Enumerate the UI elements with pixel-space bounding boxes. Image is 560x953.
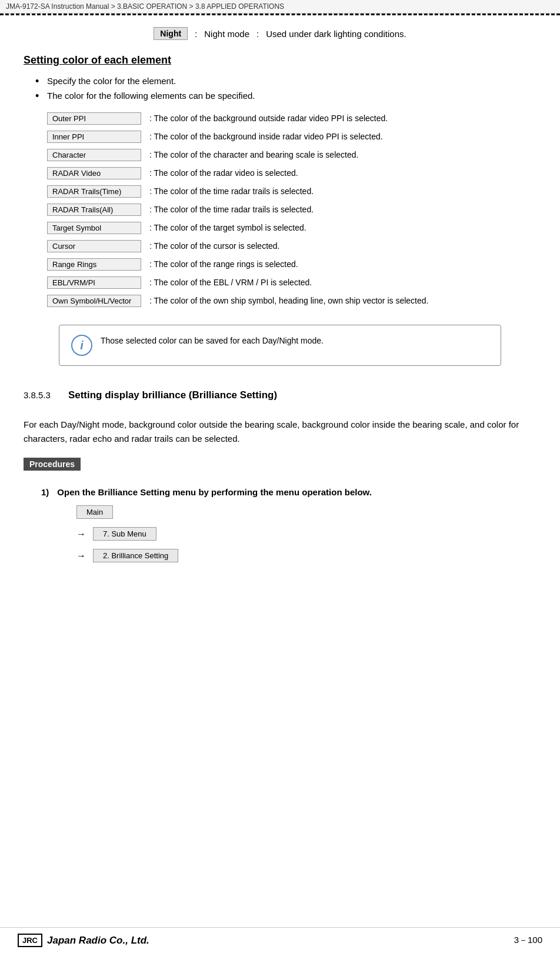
procedure-step-1: 1) Open the Brilliance Setting menu by p…	[41, 487, 536, 562]
subsection-body: For each Day/Night mode, background colo…	[24, 418, 536, 446]
menu-button-brilliance[interactable]: 2. Brilliance Setting	[93, 549, 178, 562]
element-row: Range Rings : The color of the range rin…	[47, 258, 536, 271]
jrc-label: JRC	[18, 934, 42, 947]
info-icon: i	[71, 335, 92, 356]
procedures-badge: Procedures	[24, 458, 81, 471]
element-label-radar-trails-all: RADAR Trails(All)	[47, 204, 141, 216]
procedures-section: Procedures	[24, 458, 536, 479]
menu-navigation: Main → 7. Sub Menu → 2. Brilliance Setti…	[76, 505, 536, 562]
section-heading: Setting color of each element	[24, 54, 536, 66]
step-number: 1)	[41, 487, 49, 497]
step-header: 1) Open the Brilliance Setting menu by p…	[41, 487, 536, 497]
night-badge: Night	[154, 27, 188, 40]
element-desc-range-rings: : The color of the range rings is select…	[149, 258, 536, 271]
subsection-number: 3.8.5.3	[24, 390, 51, 400]
element-desc-radar-video: : The color of the radar video is select…	[149, 167, 536, 179]
menu-row-sub: → 7. Sub Menu	[76, 527, 536, 541]
element-desc-cursor: : The color of the cursor is selected.	[149, 240, 536, 252]
element-row: Outer PPI : The color of the background …	[47, 112, 536, 125]
menu-button-main[interactable]: Main	[76, 505, 113, 519]
info-text: Those selected color can be saved for ea…	[101, 335, 324, 347]
element-label-own-symbol: Own Symbol/HL/Vector	[47, 295, 141, 307]
element-label-radar-video: RADAR Video	[47, 167, 141, 179]
element-desc-ebl-vrm-pi: : The color of the EBL / VRM / PI is sel…	[149, 276, 536, 289]
info-box: i Those selected color can be saved for …	[59, 325, 501, 366]
element-desc-radar-trails-all: : The color of the time radar trails is …	[149, 204, 536, 216]
element-label-outer-ppi: Outer PPI	[47, 112, 141, 125]
element-desc-radar-trails-time: : The color of the time radar trails is …	[149, 185, 536, 198]
bullet-item-2: The color for the following elements can…	[35, 91, 536, 101]
element-desc-inner-ppi: : The color of the background inside rad…	[149, 131, 536, 143]
bullet-list: Specify the color for the element. The c…	[24, 76, 536, 101]
night-colon1: :	[195, 29, 197, 39]
breadcrumb: JMA-9172-SA Instruction Manual > 3.BASIC…	[0, 0, 560, 14]
element-label-inner-ppi: Inner PPI	[47, 131, 141, 143]
element-label-cursor: Cursor	[47, 240, 141, 252]
element-desc-outer-ppi: : The color of the background outside ra…	[149, 112, 536, 125]
arrow-icon-2: →	[76, 551, 86, 561]
footer-logo: JRC Japan Radio Co., Ltd.	[18, 934, 149, 947]
menu-row-main: Main	[76, 505, 536, 519]
company-name: Japan Radio Co., Ltd.	[47, 935, 149, 947]
subsection-title: Setting display brilliance (Brilliance S…	[68, 389, 277, 401]
element-row: EBL/VRM/PI : The color of the EBL / VRM …	[47, 276, 536, 289]
menu-button-sub[interactable]: 7. Sub Menu	[93, 527, 156, 541]
element-row: Cursor : The color of the cursor is sele…	[47, 240, 536, 252]
arrow-icon-1: →	[76, 529, 86, 539]
page-content: Night : Night mode : Used under dark lig…	[0, 15, 560, 595]
element-label-target-symbol: Target Symbol	[47, 222, 141, 234]
element-row: Own Symbol/HL/Vector : The color of the …	[47, 295, 536, 307]
night-description: Used under dark lighting conditions.	[266, 29, 406, 39]
element-row: RADAR Video : The color of the radar vid…	[47, 167, 536, 179]
element-desc-own-symbol: : The color of the own ship symbol, head…	[149, 295, 536, 307]
element-row: Inner PPI : The color of the background …	[47, 131, 536, 143]
night-colon2: :	[256, 29, 259, 39]
element-row: Target Symbol : The color of the target …	[47, 222, 536, 234]
element-label-range-rings: Range Rings	[47, 258, 141, 271]
element-row: Character : The color of the character a…	[47, 149, 536, 161]
night-mode-text: Night mode	[204, 29, 249, 39]
menu-row-brilliance: → 2. Brilliance Setting	[76, 549, 536, 562]
elements-table: Outer PPI : The color of the background …	[47, 112, 536, 307]
element-label-ebl-vrm-pi: EBL/VRM/PI	[47, 276, 141, 289]
step-text: Open the Brilliance Setting menu by perf…	[57, 487, 372, 497]
page-footer: JRC Japan Radio Co., Ltd. 3－100	[0, 927, 560, 953]
element-label-character: Character	[47, 149, 141, 161]
element-row: RADAR Trails(Time) : The color of the ti…	[47, 185, 536, 198]
night-mode-line: Night : Night mode : Used under dark lig…	[24, 27, 536, 40]
subsection-header: 3.8.5.3 Setting display brilliance (Bril…	[24, 384, 536, 409]
element-row: RADAR Trails(All) : The color of the tim…	[47, 204, 536, 216]
page-number: 3－100	[514, 935, 542, 946]
element-label-radar-trails-time: RADAR Trails(Time)	[47, 185, 141, 198]
element-desc-target-symbol: : The color of the target symbol is sele…	[149, 222, 536, 234]
element-desc-character: : The color of the character and bearing…	[149, 149, 536, 161]
bullet-item-1: Specify the color for the element.	[35, 76, 536, 86]
